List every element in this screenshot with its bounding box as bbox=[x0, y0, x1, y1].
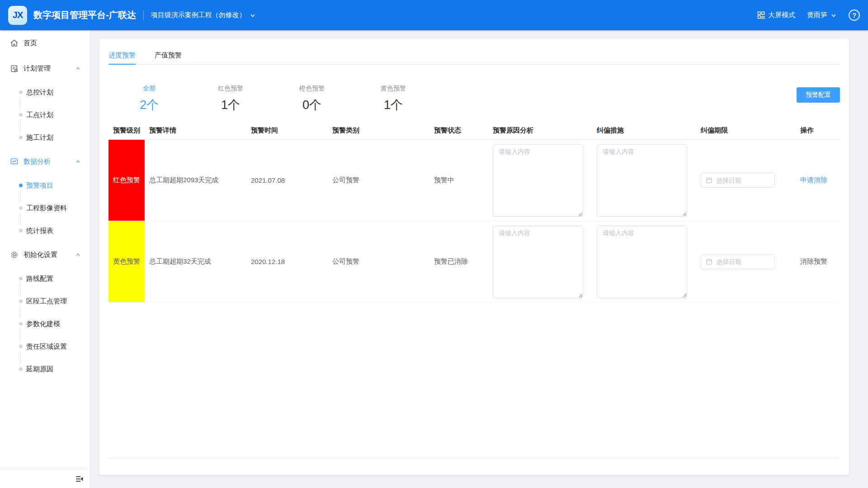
correction-deadline-cell bbox=[696, 140, 796, 221]
sidebar-item-section-worksite-management[interactable]: 区段工点管理 bbox=[0, 290, 90, 313]
help-icon[interactable]: ? bbox=[849, 9, 860, 21]
stat-filter-all[interactable]: 全部 2个 bbox=[108, 74, 190, 114]
topbar-divider bbox=[143, 10, 144, 20]
sidebar-item-master-plan[interactable]: 总控计划 bbox=[0, 81, 90, 104]
gear-icon bbox=[10, 251, 19, 259]
table-header-row: 预警级别 预警详情 预警时间 预警类别 预警状态 预警原因分析 纠偏措施 纠偏期… bbox=[108, 122, 840, 140]
stat-value: 1个 bbox=[190, 97, 271, 113]
chart-monitor-icon bbox=[10, 157, 19, 166]
table-row: 黄色预警 总工期超期32天完成 2020.12.18 公司预警 预警已消除 bbox=[108, 221, 840, 303]
column-header: 预警类别 bbox=[328, 122, 429, 139]
stat-value: 2个 bbox=[108, 97, 190, 113]
correction-measures-textarea[interactable] bbox=[597, 144, 687, 217]
chevron-up-icon bbox=[75, 66, 81, 71]
warning-category-cell: 公司预警 bbox=[328, 140, 429, 221]
help-glyph: ? bbox=[852, 11, 856, 19]
sidebar-item-delay-reason[interactable]: 延期原因 bbox=[0, 358, 90, 380]
stats-section: 全部 2个 红色预警 1个 橙色预警 0个 黄色预警 1个 预警配置 bbox=[108, 74, 840, 114]
date-picker[interactable] bbox=[701, 254, 775, 269]
sidebar-item-label: 责任区域设置 bbox=[26, 342, 67, 351]
sidebar-item-worksite-plan[interactable]: 工点计划 bbox=[0, 104, 90, 126]
sidebar-group-initial-settings[interactable]: 初始化设置 bbox=[0, 242, 90, 267]
table-row: 红色预警 总工期超期2093天完成 2021.07.08 公司预警 预警中 bbox=[108, 140, 840, 221]
sidebar-item-label: 工点计划 bbox=[26, 111, 53, 119]
sidebar-item-parametric-modeling[interactable]: 参数化建模 bbox=[0, 313, 90, 335]
bullet-icon bbox=[19, 184, 23, 187]
warning-detail-cell: 总工期超期32天完成 bbox=[145, 221, 246, 302]
column-header: 预警状态 bbox=[429, 122, 488, 139]
column-header: 操作 bbox=[796, 122, 840, 139]
warning-status-cell: 预警已消除 bbox=[429, 221, 488, 302]
sidebar-item-label: 参数化建模 bbox=[26, 320, 60, 328]
apply-clear-warning-link[interactable]: 申请消除 bbox=[800, 176, 827, 185]
date-input[interactable] bbox=[716, 177, 766, 184]
card-bottom-divider bbox=[108, 458, 839, 458]
warning-level-cell: 红色预警 bbox=[108, 140, 145, 221]
stat-filter-red-warning[interactable]: 红色预警 1个 bbox=[190, 74, 271, 114]
clear-warning-button[interactable]: 消除预警 bbox=[800, 257, 827, 266]
warning-config-button[interactable]: 预警配置 bbox=[797, 87, 840, 103]
warning-level-cell: 黄色预警 bbox=[108, 221, 145, 302]
sidebar-item-responsibility-area[interactable]: 责任区域设置 bbox=[0, 335, 90, 358]
sidebar-footer bbox=[0, 469, 90, 488]
warning-detail-cell: 总工期超期2093天完成 bbox=[145, 140, 246, 221]
stat-filter-yellow-warning[interactable]: 黄色预警 1个 bbox=[353, 74, 434, 114]
sidebar-item-label: 预警项目 bbox=[26, 181, 53, 190]
sidebar-item-label: 区段工点管理 bbox=[26, 297, 67, 306]
sidebar-item-label: 统计报表 bbox=[26, 227, 53, 235]
project-selector[interactable]: 项目级演示案例工程（勿修改） bbox=[151, 11, 256, 19]
app-title: 数字项目管理平台-广联达 bbox=[33, 9, 136, 21]
user-menu[interactable]: 黄雨笋 bbox=[807, 11, 837, 19]
bullet-icon bbox=[19, 90, 23, 94]
bullet-icon bbox=[19, 206, 23, 210]
stat-label: 黄色预警 bbox=[353, 85, 434, 93]
warning-reason-textarea[interactable] bbox=[493, 226, 583, 298]
sidebar-item-construction-plan[interactable]: 施工计划 bbox=[0, 126, 90, 149]
correction-measures-cell bbox=[592, 140, 696, 221]
sidebar-item-project-imagery[interactable]: 工程影像资料 bbox=[0, 197, 90, 219]
date-picker[interactable] bbox=[701, 173, 775, 188]
stat-value: 1个 bbox=[353, 97, 434, 113]
sidebar-item-home[interactable]: 首页 bbox=[0, 30, 90, 56]
app-root: JX 数字项目管理平台-广联达 项目级演示案例工程（勿修改） 大屏模式 黄雨笋 … bbox=[0, 0, 868, 488]
logo-text: JX bbox=[13, 10, 23, 20]
column-header: 纠偏期限 bbox=[696, 122, 796, 139]
stat-label: 红色预警 bbox=[190, 85, 271, 93]
sidebar-item-label: 路线配置 bbox=[26, 275, 53, 283]
sidebar-menu: 首页 计划管理 总控计划 工点计划 施工计划 数据分析 bbox=[0, 30, 90, 380]
warning-level-badge: 黄色预警 bbox=[108, 221, 145, 302]
sidebar-item-label: 总控计划 bbox=[26, 88, 53, 97]
tab-output-value-warning[interactable]: 产值预警 bbox=[155, 46, 182, 64]
sidebar: 首页 计划管理 总控计划 工点计划 施工计划 数据分析 bbox=[0, 30, 90, 488]
stat-value: 0个 bbox=[271, 97, 353, 113]
app-logo: JX bbox=[8, 6, 27, 25]
column-header: 纠偏措施 bbox=[592, 122, 696, 139]
warning-level-badge: 红色预警 bbox=[108, 140, 145, 221]
sidebar-item-warning-projects[interactable]: 预警项目 bbox=[0, 174, 90, 197]
sidebar-item-label: 工程影像资料 bbox=[26, 204, 67, 213]
action-cell: 申请消除 bbox=[796, 140, 840, 221]
sidebar-group-label: 计划管理 bbox=[24, 64, 51, 73]
tab-progress-warning[interactable]: 进度预警 bbox=[108, 46, 136, 64]
project-selector-label: 项目级演示案例工程（勿修改） bbox=[151, 11, 246, 19]
sidebar-group-data-analysis[interactable]: 数据分析 bbox=[0, 149, 90, 174]
date-input[interactable] bbox=[716, 258, 766, 265]
chevron-up-icon bbox=[75, 252, 81, 258]
sidebar-group-plan-management[interactable]: 计划管理 bbox=[0, 56, 90, 81]
big-screen-mode-button[interactable]: 大屏模式 bbox=[757, 11, 795, 19]
plan-document-icon bbox=[10, 64, 19, 73]
warning-table: 预警级别 预警详情 预警时间 预警类别 预警状态 预警原因分析 纠偏措施 纠偏期… bbox=[108, 122, 840, 303]
sidebar-item-route-config[interactable]: 路线配置 bbox=[0, 267, 90, 290]
column-header: 预警详情 bbox=[145, 122, 246, 139]
warning-category-cell: 公司预警 bbox=[328, 221, 429, 302]
stat-filter-orange-warning[interactable]: 橙色预警 0个 bbox=[271, 74, 353, 114]
correction-measures-textarea[interactable] bbox=[597, 226, 687, 298]
calendar-icon bbox=[706, 177, 712, 184]
collapse-sidebar-icon[interactable] bbox=[75, 474, 84, 483]
warning-time-cell: 2020.12.18 bbox=[246, 221, 328, 302]
warning-reason-textarea[interactable] bbox=[493, 144, 583, 217]
sidebar-item-statistical-reports[interactable]: 统计报表 bbox=[0, 219, 90, 242]
warning-time-cell: 2021.07.08 bbox=[246, 140, 328, 221]
stat-label: 橙色预警 bbox=[271, 85, 353, 93]
bullet-icon bbox=[19, 345, 23, 348]
